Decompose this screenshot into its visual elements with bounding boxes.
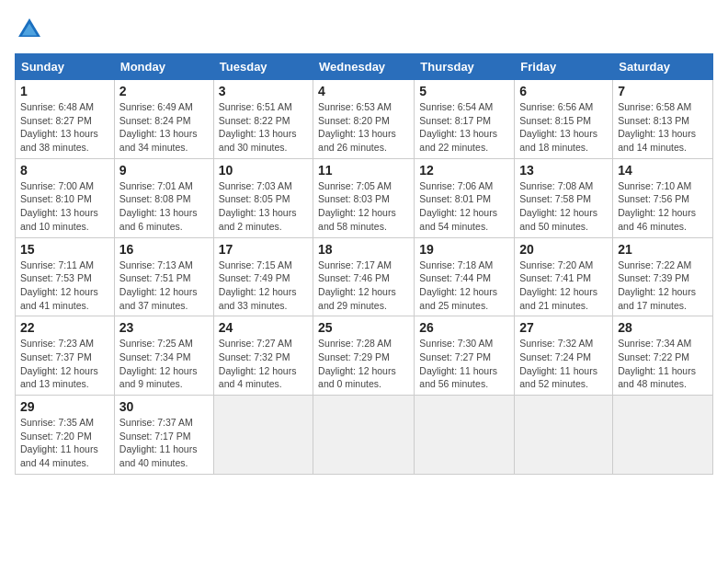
day-info: Sunrise: 7:13 AM Sunset: 7:51 PM Dayligh… bbox=[119, 259, 209, 313]
calendar-cell: 15Sunrise: 7:11 AM Sunset: 7:53 PM Dayli… bbox=[16, 237, 115, 316]
calendar-cell: 17Sunrise: 7:15 AM Sunset: 7:49 PM Dayli… bbox=[213, 237, 313, 316]
calendar-cell bbox=[515, 396, 613, 475]
calendar-body: 1Sunrise: 6:48 AM Sunset: 8:27 PM Daylig… bbox=[16, 80, 713, 475]
calendar-cell: 6Sunrise: 6:56 AM Sunset: 8:15 PM Daylig… bbox=[515, 80, 613, 159]
day-info: Sunrise: 7:23 AM Sunset: 7:37 PM Dayligh… bbox=[20, 337, 109, 391]
calendar-cell: 24Sunrise: 7:27 AM Sunset: 7:32 PM Dayli… bbox=[213, 316, 313, 396]
day-info: Sunrise: 7:28 AM Sunset: 7:29 PM Dayligh… bbox=[318, 337, 409, 391]
logo bbox=[15, 15, 48, 44]
day-info: Sunrise: 7:22 AM Sunset: 7:39 PM Dayligh… bbox=[618, 259, 708, 313]
calendar-cell: 8Sunrise: 7:00 AM Sunset: 8:10 PM Daylig… bbox=[16, 158, 115, 237]
day-number: 18 bbox=[318, 242, 409, 257]
calendar-table: SundayMondayTuesdayWednesdayThursdayFrid… bbox=[15, 53, 713, 475]
calendar-cell: 29Sunrise: 7:35 AM Sunset: 7:20 PM Dayli… bbox=[16, 396, 115, 475]
calendar-cell: 3Sunrise: 6:51 AM Sunset: 8:22 PM Daylig… bbox=[213, 80, 313, 159]
calendar-week-4: 22Sunrise: 7:23 AM Sunset: 7:37 PM Dayli… bbox=[16, 316, 713, 396]
day-number: 23 bbox=[119, 320, 209, 335]
day-info: Sunrise: 7:32 AM Sunset: 7:24 PM Dayligh… bbox=[519, 337, 608, 391]
day-number: 2 bbox=[119, 84, 209, 98]
calendar-week-5: 29Sunrise: 7:35 AM Sunset: 7:20 PM Dayli… bbox=[16, 396, 713, 475]
day-info: Sunrise: 7:05 AM Sunset: 8:03 PM Dayligh… bbox=[318, 179, 409, 234]
day-info: Sunrise: 6:54 AM Sunset: 8:17 PM Dayligh… bbox=[419, 100, 509, 155]
day-number: 5 bbox=[419, 84, 509, 98]
day-number: 4 bbox=[318, 84, 409, 98]
calendar-cell: 18Sunrise: 7:17 AM Sunset: 7:46 PM Dayli… bbox=[313, 237, 415, 316]
column-header-friday: Friday bbox=[515, 54, 613, 80]
day-number: 21 bbox=[618, 242, 708, 257]
day-info: Sunrise: 7:15 AM Sunset: 7:49 PM Dayligh… bbox=[219, 259, 308, 313]
day-number: 25 bbox=[318, 320, 409, 335]
calendar-header-row: SundayMondayTuesdayWednesdayThursdayFrid… bbox=[16, 54, 713, 80]
column-header-thursday: Thursday bbox=[415, 54, 515, 80]
calendar-cell: 10Sunrise: 7:03 AM Sunset: 8:05 PM Dayli… bbox=[213, 158, 313, 237]
day-number: 1 bbox=[20, 84, 109, 98]
day-info: Sunrise: 7:20 AM Sunset: 7:41 PM Dayligh… bbox=[519, 259, 608, 313]
day-info: Sunrise: 7:18 AM Sunset: 7:44 PM Dayligh… bbox=[419, 259, 509, 313]
day-number: 27 bbox=[519, 320, 608, 335]
page-header bbox=[15, 15, 713, 44]
day-info: Sunrise: 7:35 AM Sunset: 7:20 PM Dayligh… bbox=[20, 416, 109, 470]
day-number: 28 bbox=[618, 320, 708, 335]
day-number: 22 bbox=[20, 320, 109, 335]
day-number: 8 bbox=[20, 163, 109, 178]
calendar-cell: 23Sunrise: 7:25 AM Sunset: 7:34 PM Dayli… bbox=[114, 316, 213, 396]
calendar-cell: 1Sunrise: 6:48 AM Sunset: 8:27 PM Daylig… bbox=[16, 80, 115, 159]
calendar-cell: 22Sunrise: 7:23 AM Sunset: 7:37 PM Dayli… bbox=[16, 316, 115, 396]
calendar-cell: 12Sunrise: 7:06 AM Sunset: 8:01 PM Dayli… bbox=[415, 158, 515, 237]
column-header-tuesday: Tuesday bbox=[213, 54, 313, 80]
day-number: 10 bbox=[219, 163, 308, 178]
day-info: Sunrise: 6:49 AM Sunset: 8:24 PM Dayligh… bbox=[119, 100, 209, 155]
calendar-cell: 19Sunrise: 7:18 AM Sunset: 7:44 PM Dayli… bbox=[415, 237, 515, 316]
day-number: 16 bbox=[119, 242, 209, 257]
column-header-monday: Monday bbox=[114, 54, 213, 80]
calendar-cell bbox=[613, 396, 713, 475]
logo-icon bbox=[15, 15, 44, 44]
calendar-cell: 11Sunrise: 7:05 AM Sunset: 8:03 PM Dayli… bbox=[313, 158, 415, 237]
calendar-week-1: 1Sunrise: 6:48 AM Sunset: 8:27 PM Daylig… bbox=[16, 80, 713, 159]
calendar-week-3: 15Sunrise: 7:11 AM Sunset: 7:53 PM Dayli… bbox=[16, 237, 713, 316]
day-info: Sunrise: 7:17 AM Sunset: 7:46 PM Dayligh… bbox=[318, 259, 409, 313]
column-header-saturday: Saturday bbox=[613, 54, 713, 80]
day-info: Sunrise: 7:25 AM Sunset: 7:34 PM Dayligh… bbox=[119, 337, 209, 391]
calendar-cell: 4Sunrise: 6:53 AM Sunset: 8:20 PM Daylig… bbox=[313, 80, 415, 159]
day-number: 3 bbox=[219, 84, 308, 98]
day-number: 11 bbox=[318, 163, 409, 178]
calendar-cell: 21Sunrise: 7:22 AM Sunset: 7:39 PM Dayli… bbox=[613, 237, 713, 316]
day-number: 9 bbox=[119, 163, 209, 178]
day-number: 7 bbox=[618, 84, 708, 98]
calendar-cell: 16Sunrise: 7:13 AM Sunset: 7:51 PM Dayli… bbox=[114, 237, 213, 316]
day-number: 13 bbox=[519, 163, 608, 178]
day-info: Sunrise: 6:48 AM Sunset: 8:27 PM Dayligh… bbox=[20, 100, 109, 155]
day-info: Sunrise: 7:37 AM Sunset: 7:17 PM Dayligh… bbox=[119, 416, 209, 470]
day-info: Sunrise: 7:11 AM Sunset: 7:53 PM Dayligh… bbox=[20, 259, 109, 313]
day-info: Sunrise: 7:10 AM Sunset: 7:56 PM Dayligh… bbox=[618, 179, 708, 234]
calendar-cell bbox=[313, 396, 415, 475]
day-info: Sunrise: 7:06 AM Sunset: 8:01 PM Dayligh… bbox=[419, 179, 509, 234]
calendar-cell: 14Sunrise: 7:10 AM Sunset: 7:56 PM Dayli… bbox=[613, 158, 713, 237]
calendar-cell: 13Sunrise: 7:08 AM Sunset: 7:58 PM Dayli… bbox=[515, 158, 613, 237]
calendar-cell: 5Sunrise: 6:54 AM Sunset: 8:17 PM Daylig… bbox=[415, 80, 515, 159]
calendar-cell: 26Sunrise: 7:30 AM Sunset: 7:27 PM Dayli… bbox=[415, 316, 515, 396]
day-info: Sunrise: 7:01 AM Sunset: 8:08 PM Dayligh… bbox=[119, 179, 209, 234]
calendar-cell: 7Sunrise: 6:58 AM Sunset: 8:13 PM Daylig… bbox=[613, 80, 713, 159]
calendar-week-2: 8Sunrise: 7:00 AM Sunset: 8:10 PM Daylig… bbox=[16, 158, 713, 237]
calendar-cell: 2Sunrise: 6:49 AM Sunset: 8:24 PM Daylig… bbox=[114, 80, 213, 159]
calendar-cell: 27Sunrise: 7:32 AM Sunset: 7:24 PM Dayli… bbox=[515, 316, 613, 396]
day-number: 30 bbox=[119, 399, 209, 414]
day-number: 20 bbox=[519, 242, 608, 257]
day-info: Sunrise: 7:03 AM Sunset: 8:05 PM Dayligh… bbox=[219, 179, 308, 234]
day-info: Sunrise: 7:27 AM Sunset: 7:32 PM Dayligh… bbox=[219, 337, 308, 391]
day-number: 14 bbox=[618, 163, 708, 178]
day-number: 6 bbox=[519, 84, 608, 98]
calendar-cell bbox=[213, 396, 313, 475]
day-number: 24 bbox=[219, 320, 308, 335]
day-number: 19 bbox=[419, 242, 509, 257]
day-info: Sunrise: 6:53 AM Sunset: 8:20 PM Dayligh… bbox=[318, 100, 409, 155]
day-number: 29 bbox=[20, 399, 109, 414]
column-header-wednesday: Wednesday bbox=[313, 54, 415, 80]
day-info: Sunrise: 7:30 AM Sunset: 7:27 PM Dayligh… bbox=[419, 337, 509, 391]
day-number: 12 bbox=[419, 163, 509, 178]
day-number: 17 bbox=[219, 242, 308, 257]
calendar-cell: 30Sunrise: 7:37 AM Sunset: 7:17 PM Dayli… bbox=[114, 396, 213, 475]
day-info: Sunrise: 6:58 AM Sunset: 8:13 PM Dayligh… bbox=[618, 100, 708, 155]
